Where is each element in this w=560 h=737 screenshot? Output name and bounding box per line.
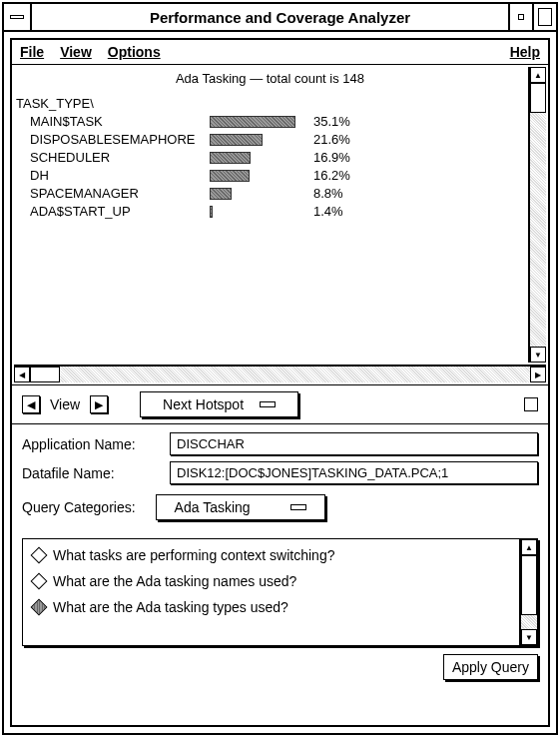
menu-view[interactable]: View: [60, 44, 92, 60]
dropdown-icon: [260, 401, 276, 407]
view-controls: ◀ View ▶ Next Hotspot: [12, 384, 548, 424]
scroll-thumb-h[interactable]: [30, 367, 60, 382]
query-categories-value: Ada Tasking: [175, 499, 251, 515]
radio-diamond-icon[interactable]: [31, 599, 48, 616]
title-bar: Performance and Coverage Analyzer: [4, 4, 556, 32]
menu-bar: File View Options Help: [12, 40, 548, 65]
chart-title: Ada Tasking — total count is 148: [16, 71, 524, 86]
task-bar: [210, 116, 295, 128]
task-bar-cell: [210, 116, 309, 128]
radio-diamond-icon[interactable]: [31, 573, 48, 590]
task-name: SPACEMANAGER: [30, 185, 210, 203]
task-bar-cell: [210, 134, 309, 146]
scroll-left-icon[interactable]: ◀: [14, 367, 30, 382]
chart-horizontal-scrollbar[interactable]: ◀ ▶: [14, 365, 546, 382]
task-percent: 21.6%: [313, 131, 350, 149]
footer: Apply Query: [12, 646, 548, 686]
task-percent: 1.4%: [313, 203, 343, 221]
scroll-track[interactable]: [530, 113, 546, 347]
task-percent: 16.9%: [313, 149, 350, 167]
query-categories-dropdown[interactable]: Ada Tasking: [156, 494, 325, 520]
task-percent: 8.8%: [313, 185, 343, 203]
query-item[interactable]: What are the Ada tasking types used?: [31, 599, 511, 615]
app-window: Performance and Coverage Analyzer File V…: [2, 2, 558, 735]
menu-file[interactable]: File: [20, 44, 44, 60]
view-next-button[interactable]: ▶: [90, 395, 108, 413]
task-bar: [210, 188, 232, 200]
chart-content: Ada Tasking — total count is 148 TASK_TY…: [12, 65, 528, 365]
next-hotspot-label: Next Hotspot: [163, 396, 244, 412]
datafile-name-field[interactable]: DISK12:[DOC$JONES]TASKING_DATA.PCA;1: [170, 461, 538, 484]
menu-options[interactable]: Options: [108, 44, 161, 60]
task-name: ADA$START_UP: [30, 203, 210, 221]
radio-diamond-icon[interactable]: [31, 547, 48, 564]
task-row: SPACEMANAGER8.8%: [30, 185, 524, 203]
task-bar-cell: [210, 170, 309, 182]
task-bar-cell: [210, 152, 309, 164]
task-bar-cell: [210, 206, 309, 218]
form-area: Application Name: DISCCHAR Datafile Name…: [12, 424, 548, 534]
sash-grip[interactable]: [524, 397, 538, 411]
task-bar-cell: [210, 188, 309, 200]
window-title: Performance and Coverage Analyzer: [32, 9, 508, 26]
task-bar: [210, 170, 250, 182]
query-list-panel: What tasks are performing context switch…: [22, 538, 538, 646]
task-bar: [210, 206, 213, 218]
scroll-right-icon[interactable]: ▶: [530, 367, 546, 382]
datafile-name-label: Datafile Name:: [22, 465, 162, 481]
query-text: What tasks are performing context switch…: [53, 547, 334, 563]
client-area: File View Options Help Ada Tasking — tot…: [10, 38, 550, 727]
query-item[interactable]: What tasks are performing context switch…: [31, 547, 511, 563]
task-row: DH16.2%: [30, 167, 524, 185]
dropdown-icon: [290, 504, 306, 510]
task-bar: [210, 134, 263, 146]
view-prev-button[interactable]: ◀: [22, 395, 40, 413]
task-bar: [210, 152, 251, 164]
scroll-track-h[interactable]: [60, 367, 530, 382]
query-list: What tasks are performing context switch…: [23, 539, 519, 645]
task-row: ADA$START_UP1.4%: [30, 203, 524, 221]
next-hotspot-button[interactable]: Next Hotspot: [140, 391, 298, 417]
query-item[interactable]: What are the Ada tasking names used?: [31, 573, 511, 589]
app-name-field[interactable]: DISCCHAR: [170, 432, 538, 455]
task-row: DISPOSABLESEMAPHORE21.6%: [30, 131, 524, 149]
scroll-thumb[interactable]: [530, 83, 546, 113]
chart-header: TASK_TYPE\: [16, 96, 524, 111]
scroll-track[interactable]: [521, 615, 537, 629]
task-percent: 35.1%: [313, 113, 350, 131]
maximize-button[interactable]: [532, 4, 556, 30]
scroll-thumb[interactable]: [521, 555, 537, 615]
app-name-label: Application Name:: [22, 436, 162, 452]
minimize-button[interactable]: [508, 4, 532, 30]
scroll-down-icon[interactable]: ▼: [530, 347, 546, 363]
chart-panel: Ada Tasking — total count is 148 TASK_TY…: [12, 65, 548, 384]
query-vertical-scrollbar[interactable]: ▲ ▼: [519, 539, 537, 645]
chart-vertical-scrollbar[interactable]: ▲ ▼: [528, 67, 546, 363]
task-name: DISPOSABLESEMAPHORE: [30, 131, 210, 149]
scroll-up-icon[interactable]: ▲: [530, 67, 546, 83]
task-row: MAIN$TASK35.1%: [30, 113, 524, 131]
apply-query-button[interactable]: Apply Query: [443, 654, 538, 680]
view-label: View: [50, 396, 80, 412]
task-percent: 16.2%: [313, 167, 350, 185]
task-name: DH: [30, 167, 210, 185]
task-row: SCHEDULER16.9%: [30, 149, 524, 167]
scroll-down-icon[interactable]: ▼: [521, 629, 537, 645]
task-name: MAIN$TASK: [30, 113, 210, 131]
query-text: What are the Ada tasking names used?: [53, 573, 296, 589]
system-menu-button[interactable]: [4, 4, 32, 30]
query-text: What are the Ada tasking types used?: [53, 599, 288, 615]
menu-help[interactable]: Help: [510, 44, 540, 60]
query-categories-label: Query Categories:: [22, 499, 136, 515]
task-name: SCHEDULER: [30, 149, 210, 167]
scroll-up-icon[interactable]: ▲: [521, 539, 537, 555]
